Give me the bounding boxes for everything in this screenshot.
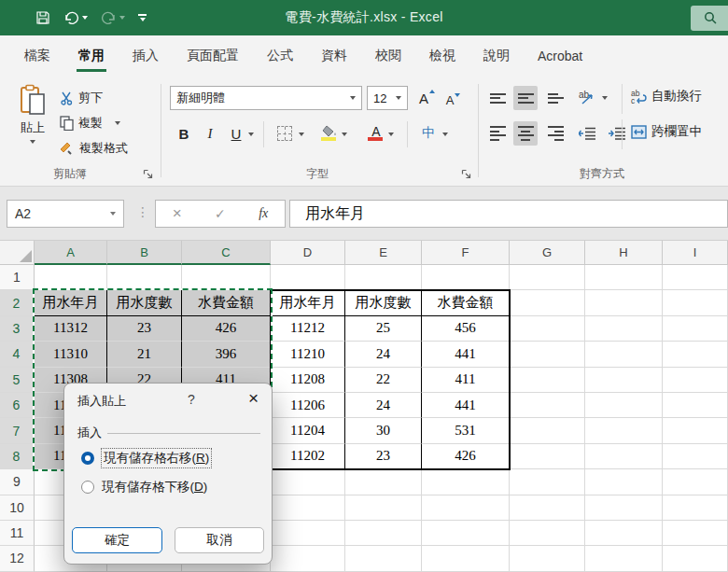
option-shift-down[interactable]: 現有儲存格下移(D) bbox=[81, 479, 207, 495]
cell-E11[interactable] bbox=[345, 521, 422, 546]
cell-E9[interactable] bbox=[345, 469, 422, 495]
col-header-B[interactable]: B bbox=[107, 241, 182, 265]
cell-D7[interactable]: 11204 bbox=[271, 418, 345, 443]
cell-D10[interactable] bbox=[271, 495, 345, 521]
fill-color-caret[interactable] bbox=[342, 133, 347, 136]
align-top-button[interactable] bbox=[485, 86, 510, 110]
increase-font-button[interactable]: A bbox=[414, 86, 439, 110]
cell-E10[interactable] bbox=[345, 495, 422, 521]
cell-E6[interactable]: 24 bbox=[345, 393, 422, 418]
underline-button[interactable]: U bbox=[224, 121, 248, 146]
cell-G11[interactable] bbox=[510, 521, 585, 546]
orientation-caret[interactable] bbox=[602, 96, 608, 100]
cell-I4[interactable] bbox=[663, 342, 728, 367]
cell-G9[interactable] bbox=[510, 469, 585, 495]
cell-D11[interactable] bbox=[271, 521, 345, 546]
col-header-E[interactable]: E bbox=[345, 241, 422, 265]
col-header-C[interactable]: C bbox=[182, 241, 271, 265]
formula-bar-handle[interactable]: ⋮ bbox=[136, 204, 149, 219]
cell-H1[interactable] bbox=[585, 265, 663, 290]
cell-H9[interactable] bbox=[585, 469, 663, 495]
copy-dropdown-caret[interactable] bbox=[115, 121, 120, 125]
cell-C3[interactable]: 426 bbox=[182, 316, 271, 342]
cell-H3[interactable] bbox=[585, 316, 663, 342]
option-shift-right[interactable]: 現有儲存格右移(R) bbox=[81, 449, 211, 467]
borders-caret[interactable] bbox=[299, 133, 304, 136]
cell-F9[interactable] bbox=[422, 469, 510, 495]
search-box[interactable] bbox=[691, 6, 728, 31]
cell-H5[interactable] bbox=[585, 368, 663, 393]
borders-button[interactable] bbox=[273, 121, 297, 146]
align-center-button[interactable] bbox=[513, 121, 538, 146]
col-header-I[interactable]: I bbox=[663, 241, 728, 265]
increase-indent-button[interactable] bbox=[605, 121, 629, 146]
col-header-H[interactable]: H bbox=[585, 241, 663, 265]
cell-D6[interactable]: 11206 bbox=[271, 393, 345, 418]
cell-I12[interactable] bbox=[663, 546, 728, 571]
col-header-F[interactable]: F bbox=[422, 241, 510, 265]
font-name-select[interactable]: 新細明體 bbox=[170, 86, 362, 110]
cell-F11[interactable] bbox=[422, 521, 510, 546]
cell-G5[interactable] bbox=[510, 368, 585, 393]
align-bottom-button[interactable] bbox=[543, 86, 567, 110]
cell-G3[interactable] bbox=[510, 316, 585, 342]
decrease-font-button[interactable]: A bbox=[441, 88, 465, 112]
cell-I1[interactable] bbox=[663, 265, 728, 290]
fill-color-button[interactable] bbox=[317, 119, 342, 144]
cell-I5[interactable] bbox=[663, 368, 728, 393]
cell-H4[interactable] bbox=[585, 342, 663, 367]
cell-C2[interactable]: 水費金額 bbox=[182, 290, 271, 315]
row-header-2[interactable]: 2 bbox=[0, 290, 35, 315]
tab-page-layout[interactable]: 頁面配置 bbox=[175, 38, 250, 74]
row-header-11[interactable]: 11 bbox=[0, 521, 35, 546]
clipboard-dialog-launcher[interactable] bbox=[143, 169, 153, 179]
align-middle-button[interactable] bbox=[513, 86, 538, 110]
cell-H6[interactable] bbox=[585, 393, 663, 418]
font-color-button[interactable]: A bbox=[364, 119, 388, 144]
phonetic-caret[interactable] bbox=[442, 133, 448, 136]
insert-function-icon[interactable]: fx bbox=[259, 206, 268, 221]
underline-caret[interactable] bbox=[248, 133, 254, 136]
cell-D2[interactable]: 用水年月 bbox=[271, 290, 345, 315]
cell-D5[interactable]: 11208 bbox=[271, 368, 345, 393]
col-header-G[interactable]: G bbox=[510, 241, 585, 265]
confirm-entry-icon[interactable]: ✓ bbox=[215, 206, 226, 221]
tab-help[interactable]: 說明 bbox=[472, 38, 521, 74]
cell-A3[interactable]: 11312 bbox=[35, 316, 107, 342]
cell-E8[interactable]: 23 bbox=[345, 444, 422, 469]
cell-H8[interactable] bbox=[585, 444, 663, 469]
cell-D4[interactable]: 11210 bbox=[271, 342, 345, 367]
paste-button[interactable]: 貼上 bbox=[9, 84, 56, 144]
font-color-caret[interactable] bbox=[388, 133, 394, 136]
cell-E1[interactable] bbox=[345, 265, 422, 290]
select-all-corner[interactable] bbox=[0, 241, 35, 265]
cell-F3[interactable]: 456 bbox=[422, 316, 510, 342]
cell-G6[interactable] bbox=[510, 393, 585, 418]
cell-F12[interactable] bbox=[422, 546, 510, 571]
cell-H12[interactable] bbox=[585, 546, 663, 571]
cut-button[interactable]: 剪下 bbox=[60, 90, 103, 106]
bold-button[interactable]: B bbox=[172, 121, 196, 146]
font-size-select[interactable]: 12 bbox=[367, 86, 408, 110]
cell-G4[interactable] bbox=[510, 342, 585, 367]
cell-B2[interactable]: 用水度數 bbox=[107, 290, 182, 315]
cell-F4[interactable]: 441 bbox=[422, 342, 510, 367]
cell-I6[interactable] bbox=[663, 393, 728, 418]
merge-center-button[interactable]: 跨欄置中 bbox=[631, 123, 702, 140]
row-header-4[interactable]: 4 bbox=[0, 342, 35, 367]
phonetic-guide-button[interactable]: 中 bbox=[416, 121, 441, 146]
tab-acrobat[interactable]: Acrobat bbox=[526, 39, 594, 73]
align-right-button[interactable] bbox=[543, 121, 567, 146]
cancel-button[interactable]: 取消 bbox=[175, 527, 264, 553]
col-header-A[interactable]: A bbox=[35, 241, 107, 265]
row-header-7[interactable]: 7 bbox=[0, 418, 35, 443]
row-header-10[interactable]: 10 bbox=[0, 495, 35, 521]
cell-F10[interactable] bbox=[422, 495, 510, 521]
cell-H2[interactable] bbox=[585, 290, 663, 315]
cell-E12[interactable] bbox=[345, 546, 422, 571]
cell-F8[interactable]: 426 bbox=[422, 444, 510, 469]
cell-C1[interactable] bbox=[182, 265, 271, 290]
cell-H10[interactable] bbox=[585, 495, 663, 521]
align-left-button[interactable] bbox=[485, 121, 510, 146]
cell-E4[interactable]: 24 bbox=[345, 342, 422, 367]
